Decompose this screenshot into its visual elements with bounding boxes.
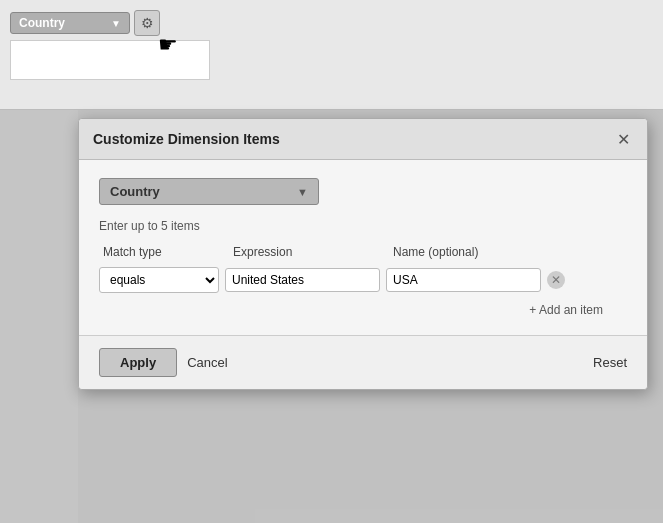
gear-button[interactable]: ⚙ xyxy=(134,10,160,36)
dimension-dropdown[interactable]: Country ▼ xyxy=(99,178,319,205)
footer-left: Apply Cancel xyxy=(99,348,228,377)
dialog-titlebar: Customize Dimension Items ✕ xyxy=(79,119,647,160)
top-bar: Country ▼ ⚙ ☛ xyxy=(0,0,663,110)
col-header-name: Name (optional) xyxy=(389,245,569,259)
dialog-title: Customize Dimension Items xyxy=(93,131,280,147)
hint-text: Enter up to 5 items xyxy=(99,219,627,233)
dropdown-arrow-icon: ▼ xyxy=(111,18,121,29)
close-button[interactable]: ✕ xyxy=(613,129,633,149)
reset-button[interactable]: Reset xyxy=(593,355,627,370)
dialog-body: Country ▼ Enter up to 5 items Match type… xyxy=(79,160,647,335)
country-dropdown[interactable]: Country ▼ xyxy=(10,12,130,34)
customize-dimension-dialog: Customize Dimension Items ✕ Country ▼ En… xyxy=(78,118,648,390)
cancel-button[interactable]: Cancel xyxy=(187,355,227,370)
name-input[interactable] xyxy=(386,268,541,292)
dialog-footer: Apply Cancel Reset xyxy=(79,335,647,389)
top-bar-content xyxy=(10,40,210,80)
add-item-link[interactable]: + Add an item xyxy=(99,303,627,317)
dimension-dropdown-arrow-icon: ▼ xyxy=(297,186,308,198)
col-header-expression: Expression xyxy=(229,245,389,259)
item-row-1: equals contains starts with ends with ma… xyxy=(99,267,627,293)
apply-button[interactable]: Apply xyxy=(99,348,177,377)
remove-item-button[interactable]: ✕ xyxy=(547,271,565,289)
expression-input[interactable] xyxy=(225,268,380,292)
dimension-dropdown-label: Country xyxy=(110,184,160,199)
country-dropdown-label: Country xyxy=(19,16,65,30)
columns-header: Match type Expression Name (optional) xyxy=(99,245,627,259)
match-type-select[interactable]: equals contains starts with ends with ma… xyxy=(99,267,219,293)
col-header-match: Match type xyxy=(99,245,229,259)
country-dropdown-wrapper: Country ▼ ⚙ ☛ xyxy=(10,10,160,36)
